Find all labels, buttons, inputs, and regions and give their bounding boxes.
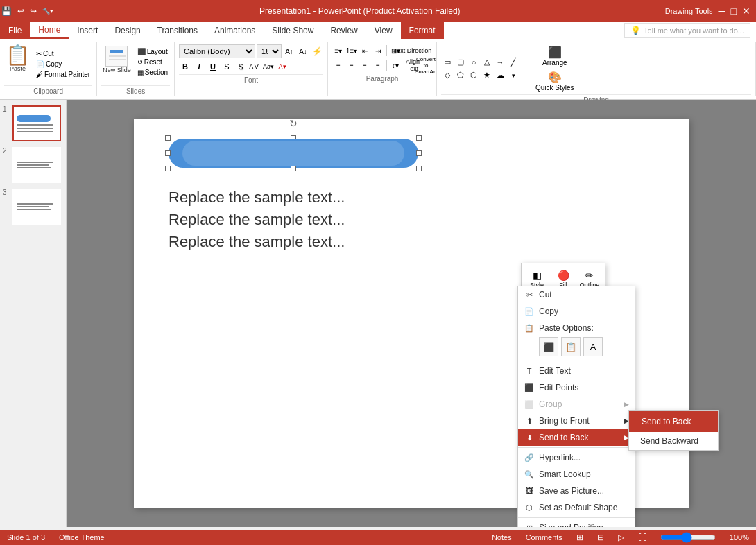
handle-bl[interactable] (165, 166, 171, 171)
undo-icon[interactable]: ↩ (16, 5, 26, 17)
paste-opt-1[interactable]: ⬛ (539, 337, 558, 356)
character-spacing-button[interactable]: AV (248, 60, 261, 73)
ctx-group[interactable]: ⬜ Group (518, 396, 635, 413)
canvas-area[interactable]: ↻ Replace the sample text... Repla (67, 100, 756, 527)
tab-transitions[interactable]: Transitions (149, 22, 206, 39)
shapes-gallery[interactable]: ▭ ▢ ○ △ → ╱ ◇ ⬠ ⬡ ★ ☁ ▾ (441, 56, 531, 82)
quick-access-toolbar[interactable]: 💾 ↩ ↪ 🔧▾ (0, 5, 55, 17)
strikethrough-button[interactable]: S (221, 60, 233, 73)
numbering-button[interactable]: 1≡▾ (345, 44, 358, 57)
close-icon[interactable]: ✕ (742, 6, 750, 17)
tab-file[interactable]: File (0, 22, 30, 39)
submenu-send-backward[interactable]: Send Backward (629, 432, 718, 450)
shape-pentagon[interactable]: ⬠ (454, 69, 467, 82)
view-slide-sorter-icon[interactable]: ⊟ (597, 533, 604, 542)
shape-rect[interactable]: ▭ (441, 56, 454, 69)
tell-me-input[interactable]: 💡 Tell me what you want to do... (624, 23, 750, 38)
new-slide-button[interactable]: New Slide (101, 44, 132, 75)
tab-insert[interactable]: Insert (69, 22, 106, 39)
justify-button[interactable]: ≡ (372, 59, 384, 71)
tab-review[interactable]: Review (322, 22, 366, 39)
font-color-button[interactable]: A▾ (276, 60, 289, 73)
ctx-edit-points[interactable]: ⬛ Edit Points (518, 379, 635, 396)
ctx-copy[interactable]: 📄 Copy (518, 303, 635, 320)
layout-button[interactable]: ⬛ Layout (135, 47, 170, 56)
bold-button[interactable]: B (179, 60, 191, 73)
align-right-button[interactable]: ≡ (359, 59, 371, 71)
underline-button[interactable]: U (207, 60, 219, 73)
shape-cloud[interactable]: ☁ (494, 69, 506, 82)
paste-button[interactable]: 📋 Paste (4, 44, 31, 84)
shape-more[interactable]: ▾ (507, 69, 519, 82)
zoom-slider[interactable] (660, 532, 716, 543)
tab-animations[interactable]: Animations (206, 22, 264, 39)
ctx-bring-to-front[interactable]: ⬆ Bring to Front (518, 413, 635, 429)
tab-view[interactable]: View (366, 22, 401, 39)
view-normal-icon[interactable]: ⊞ (576, 533, 583, 542)
handle-ml[interactable] (165, 150, 171, 156)
change-case-button[interactable]: Aa▾ (262, 60, 275, 73)
ctx-cut[interactable]: ✂ Cut (518, 286, 635, 303)
shadow-button[interactable]: S (234, 60, 247, 73)
handle-mr[interactable] (416, 150, 422, 156)
tab-format[interactable]: Format (401, 22, 444, 39)
notes-button[interactable]: Notes (492, 533, 512, 542)
window-controls[interactable]: ─ □ ✕ (719, 6, 750, 17)
view-slideshow-icon[interactable]: ⛶ (638, 533, 646, 542)
rotate-handle[interactable]: ↻ (288, 118, 299, 129)
decrease-font-button[interactable]: A↓ (297, 45, 309, 58)
quick-styles-button[interactable]: 🎨 Quick Styles (533, 69, 577, 93)
save-icon[interactable]: 💾 (0, 5, 13, 17)
cut-button[interactable]: ✂ Cut (34, 49, 92, 58)
slide-2-container[interactable]: 2 (3, 147, 63, 183)
view-reading-icon[interactable]: ▷ (618, 533, 624, 542)
slide-1-container[interactable]: 1 (3, 105, 63, 141)
ctx-smart-lookup[interactable]: 🔍 Smart Lookup (518, 466, 635, 483)
ctx-size-position[interactable]: ⊞ Size and Position... (518, 519, 635, 527)
handle-bm[interactable] (291, 166, 296, 171)
shape-right-arrow[interactable]: → (494, 56, 506, 69)
shape-line[interactable]: ╱ (507, 56, 519, 69)
ctx-send-to-back[interactable]: ⬇ Send to Back (518, 429, 635, 446)
font-size-select[interactable]: 18 (257, 44, 282, 58)
text-direction-button[interactable]: Text Direction (406, 44, 419, 57)
tab-home[interactable]: Home (30, 22, 69, 39)
ctx-hyperlink[interactable]: 🔗 Hyperlink... (518, 449, 635, 466)
slide-3-container[interactable]: 3 (3, 189, 63, 225)
shape-diamond[interactable]: ◇ (441, 69, 454, 82)
font-name-select[interactable]: Calibri (Body) (179, 44, 255, 58)
section-button[interactable]: ▦ Section (135, 68, 170, 77)
oval-shape[interactable] (169, 139, 418, 168)
line-spacing-button[interactable]: ↕▾ (389, 59, 402, 71)
clear-format-button[interactable]: ⚡ (311, 45, 323, 58)
maximize-icon[interactable]: □ (731, 6, 737, 17)
align-center-button[interactable]: ≡ (345, 59, 358, 71)
arrange-button[interactable]: ⬛ Arrange (533, 44, 577, 68)
format-painter-button[interactable]: 🖌 Format Painter (34, 70, 92, 79)
shape-rounded-rect[interactable]: ▢ (454, 56, 467, 69)
shape-hex[interactable]: ⬡ (467, 69, 480, 82)
customize-icon[interactable]: 🔧▾ (41, 6, 55, 16)
decrease-indent-button[interactable]: ⇤ (359, 44, 371, 57)
minimize-icon[interactable]: ─ (719, 6, 725, 17)
increase-indent-button[interactable]: ⇥ (372, 44, 384, 57)
ctx-edit-text[interactable]: T Edit Text (518, 363, 635, 379)
submenu-send-to-back[interactable]: Send to Back (629, 411, 718, 432)
tab-design[interactable]: Design (106, 22, 148, 39)
shape-triangle[interactable]: △ (481, 56, 493, 69)
comments-button[interactable]: Comments (526, 533, 562, 542)
ctx-save-as-picture[interactable]: 🖼 Save as Picture... (518, 483, 635, 499)
paste-opt-3[interactable]: A (583, 337, 603, 356)
shape-star[interactable]: ★ (481, 69, 493, 82)
slide-1-thumb[interactable] (12, 105, 61, 141)
handle-tl[interactable] (165, 135, 171, 141)
convert-smartart-button[interactable]: Convert to SmartArt (420, 59, 432, 71)
redo-icon[interactable]: ↪ (28, 5, 38, 17)
copy-button[interactable]: 📄 Copy (34, 60, 92, 69)
paste-opt-2[interactable]: 📋 (561, 337, 581, 356)
tab-slideshow[interactable]: Slide Show (264, 22, 322, 39)
align-left-button[interactable]: ≡ (332, 59, 345, 71)
slide-3-thumb[interactable] (12, 189, 61, 225)
shape-container[interactable]: ↻ (169, 139, 418, 168)
increase-font-button[interactable]: A↑ (283, 45, 295, 58)
